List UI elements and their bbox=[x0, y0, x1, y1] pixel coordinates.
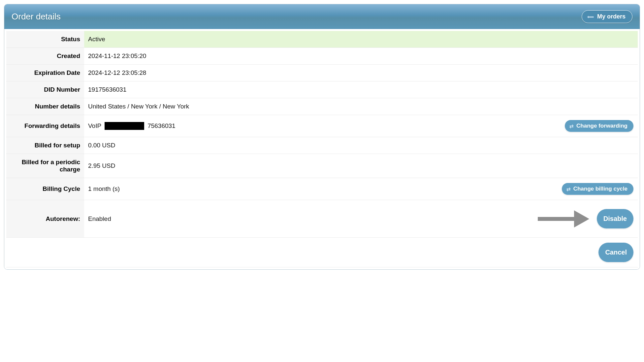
label-autorenew: Autorenew: bbox=[6, 200, 84, 238]
row-status: Status Active bbox=[6, 31, 638, 48]
value-did: 19175636031 bbox=[84, 81, 638, 98]
label-number-details: Number details bbox=[6, 98, 84, 115]
row-did: DID Number 19175636031 bbox=[6, 81, 638, 98]
row-billed-periodic: Billed for a periodic charge 2.95 USD bbox=[6, 154, 638, 178]
change-forwarding-button[interactable]: ⇄ Change forwarding bbox=[564, 120, 634, 132]
cell-forwarding: VoIP 75636031 ⇄ Change forwarding bbox=[84, 115, 638, 137]
label-forwarding: Forwarding details bbox=[6, 115, 84, 137]
panel-title: Order details bbox=[12, 12, 61, 22]
table-container: Status Active Created 2024-11-12 23:05:2… bbox=[4, 29, 640, 269]
my-orders-button[interactable]: ⟸ My orders bbox=[582, 10, 632, 23]
row-expiration: Expiration Date 2024-12-12 23:05:28 bbox=[6, 65, 638, 81]
row-forwarding: Forwarding details VoIP 75636031 ⇄ Chang… bbox=[6, 115, 638, 137]
label-billed-setup: Billed for setup bbox=[6, 137, 84, 154]
row-billed-setup: Billed for setup 0.00 USD bbox=[6, 137, 638, 154]
order-details-panel: Order details ⟸ My orders Status Active … bbox=[4, 4, 640, 270]
change-billing-cycle-button[interactable]: ⇄ Change billing cycle bbox=[562, 183, 634, 195]
forwarding-suffix: 75636031 bbox=[147, 122, 176, 130]
value-forwarding: VoIP 75636031 bbox=[88, 122, 176, 130]
my-orders-label: My orders bbox=[597, 13, 626, 20]
value-billed-periodic: 2.95 USD bbox=[84, 154, 638, 178]
details-table: Status Active Created 2024-11-12 23:05:2… bbox=[6, 31, 638, 267]
label-billed-periodic: Billed for a periodic charge bbox=[6, 154, 84, 178]
cancel-button[interactable]: Cancel bbox=[598, 242, 634, 262]
value-created: 2024-11-12 23:05:20 bbox=[84, 48, 638, 65]
cancel-label: Cancel bbox=[605, 249, 627, 256]
label-expiration: Expiration Date bbox=[6, 65, 84, 81]
label-did: DID Number bbox=[6, 81, 84, 98]
value-number-details: United States / New York / New York bbox=[84, 98, 638, 115]
refresh-icon: ⇄ bbox=[569, 124, 574, 129]
disable-autorenew-button[interactable]: Disable bbox=[596, 209, 634, 229]
forwarding-prefix: VoIP bbox=[88, 122, 101, 130]
row-autorenew: Autorenew: Enabled Disable bbox=[6, 200, 638, 238]
redacted-block bbox=[105, 122, 144, 130]
row-footer: Cancel bbox=[6, 238, 638, 267]
label-billing-cycle: Billing Cycle bbox=[6, 178, 84, 200]
change-billing-cycle-label: Change billing cycle bbox=[573, 186, 628, 192]
row-number-details: Number details United States / New York … bbox=[6, 98, 638, 115]
panel-header: Order details ⟸ My orders bbox=[4, 4, 640, 29]
value-status: Active bbox=[84, 31, 638, 48]
disable-autorenew-label: Disable bbox=[603, 215, 627, 223]
row-billing-cycle: Billing Cycle 1 month (s) ⇄ Change billi… bbox=[6, 178, 638, 200]
row-created: Created 2024-11-12 23:05:20 bbox=[6, 48, 638, 65]
value-billed-setup: 0.00 USD bbox=[84, 137, 638, 154]
value-expiration: 2024-12-12 23:05:28 bbox=[84, 65, 638, 81]
value-billing-cycle: 1 month (s) bbox=[88, 185, 120, 193]
back-arrow-icon: ⟸ bbox=[587, 15, 594, 19]
value-autorenew: Enabled bbox=[88, 215, 111, 223]
cell-autorenew: Enabled Disable bbox=[84, 200, 638, 238]
cell-billing-cycle: 1 month (s) ⇄ Change billing cycle bbox=[84, 178, 638, 200]
label-status: Status bbox=[6, 31, 84, 48]
change-forwarding-label: Change forwarding bbox=[576, 123, 628, 129]
refresh-icon: ⇄ bbox=[566, 187, 571, 192]
arrow-annotation bbox=[538, 212, 591, 226]
label-created: Created bbox=[6, 48, 84, 65]
